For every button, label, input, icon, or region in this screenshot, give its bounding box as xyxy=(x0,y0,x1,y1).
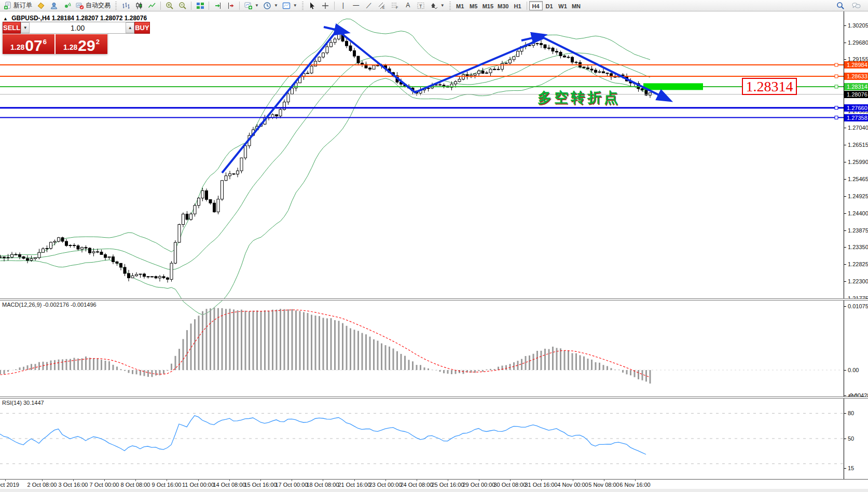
turning-point-annotation[interactable]: 多空转折点 xyxy=(538,88,621,107)
tile-windows-button[interactable] xyxy=(194,1,206,11)
zoom-in-button[interactable] xyxy=(163,1,176,11)
price-tick-label-tick xyxy=(844,162,846,162)
time-axis-label: 5 Nov 08:00 xyxy=(588,482,619,488)
pane-splitter[interactable] xyxy=(0,298,868,300)
toolbar-separator xyxy=(239,2,240,10)
text-tool-button[interactable]: A xyxy=(402,1,415,11)
sell-button[interactable]: SELL xyxy=(3,22,21,34)
line-chart-button[interactable] xyxy=(145,1,158,11)
auto-trading-button[interactable]: 自动交易 xyxy=(73,1,113,11)
time-tick xyxy=(448,480,448,481)
time-tick xyxy=(479,480,479,481)
crosshair-tool-button[interactable] xyxy=(319,1,332,11)
time-tick xyxy=(573,480,573,481)
time-tick xyxy=(604,480,604,481)
candlestick-chart-button[interactable] xyxy=(132,1,145,11)
time-axis-label: 21 Oct 16:00 xyxy=(338,482,371,488)
time-tick xyxy=(135,480,136,481)
price-tick-label-tick xyxy=(844,247,846,248)
chat-button[interactable] xyxy=(850,1,863,11)
macd-label: MACD(12,26,9) -0.002176 -0.001496 xyxy=(2,302,97,308)
auto-scroll-button[interactable] xyxy=(211,1,224,11)
trendline-icon: ／ xyxy=(365,1,374,10)
volume-decrease-button[interactable]: ▼ xyxy=(21,22,30,33)
price-tick-label: 1.30205 xyxy=(848,22,868,29)
price-tick-label-tick xyxy=(844,145,846,145)
bar-chart-button[interactable] xyxy=(119,1,132,11)
toolbar-separator xyxy=(209,2,209,10)
candlestick-chart-icon xyxy=(134,1,143,10)
auto-trading-icon xyxy=(75,1,84,10)
time-axis-label: 7 Oct 00:00 xyxy=(90,482,119,488)
time-tick xyxy=(354,480,355,481)
horizontal-line-tool-button[interactable]: — xyxy=(350,1,363,11)
zoom-out-button[interactable] xyxy=(176,1,189,11)
timeframe-w1-button[interactable]: W1 xyxy=(556,1,570,10)
price-axis[interactable]: 1.302051.296801.291551.275651.270401.265… xyxy=(844,11,868,479)
vertical-line-tool-button[interactable]: | xyxy=(337,1,350,11)
text-label-tool-button[interactable]: T xyxy=(415,1,428,11)
signals-button[interactable] xyxy=(60,1,73,11)
market-watch-button[interactable] xyxy=(34,1,47,11)
rsi-label: RSI(14) 30.1447 xyxy=(2,400,44,406)
timeframe-d1-button[interactable]: D1 xyxy=(543,1,556,10)
volume-input[interactable] xyxy=(30,22,126,33)
fibonacci-tool-button[interactable]: F xyxy=(389,1,402,11)
timeframe-mn-button[interactable]: MN xyxy=(570,1,583,10)
time-axis-label: 30 Oct 08:00 xyxy=(494,482,527,488)
timeframe-m1-button[interactable]: M1 xyxy=(453,1,467,10)
time-tick xyxy=(417,480,417,481)
pane-splitter[interactable] xyxy=(0,397,868,399)
buy-button[interactable]: BUY xyxy=(134,22,149,34)
price-level-label: 1.28984 xyxy=(844,61,868,69)
sell-price-pip: 6 xyxy=(43,38,47,46)
templates-button[interactable]: ▼ xyxy=(280,1,299,11)
timeframe-h4-button[interactable]: H4 xyxy=(529,1,543,10)
rsi-scale-label: 80 xyxy=(848,410,854,416)
channel-tool-button[interactable]: E xyxy=(376,1,389,11)
periods-button[interactable]: ▼ xyxy=(261,1,280,11)
macd-scale-label-tick xyxy=(844,370,846,371)
time-tick xyxy=(260,480,261,481)
price-tick-label: 1.27040 xyxy=(848,125,868,131)
collapse-panel-icon[interactable]: ▲ xyxy=(3,16,8,21)
chat-icon xyxy=(852,1,861,10)
trendline-tool-button[interactable]: ／ xyxy=(363,1,376,11)
toolbar-grip[interactable] xyxy=(302,2,304,10)
chart-symbol: GBPUSD-,H4 xyxy=(11,15,50,22)
time-axis-label: 2 Oct 08:00 xyxy=(27,482,57,488)
window-bottom-strip xyxy=(0,489,868,492)
time-axis-label: 15 Oct 16:00 xyxy=(244,482,277,488)
clock-icon xyxy=(263,1,272,10)
candles xyxy=(0,31,652,283)
indicators-button[interactable]: ▼ xyxy=(242,1,261,11)
timeframe-m5-button[interactable]: M5 xyxy=(467,1,480,10)
price-tick-label: 1.23350 xyxy=(848,244,868,250)
search-button[interactable] xyxy=(834,1,847,11)
new-order-button[interactable]: 新订单 xyxy=(1,1,34,11)
volume-increase-button[interactable]: ▲ xyxy=(126,22,134,33)
profiles-button[interactable] xyxy=(47,1,60,11)
cursor-tool-button[interactable] xyxy=(306,1,319,11)
sell-price-display[interactable]: 1.28 07 6 xyxy=(3,34,54,54)
price-callout-box[interactable]: 1.28314 xyxy=(742,78,797,95)
chart-canvas[interactable] xyxy=(0,11,844,479)
timeframe-h1-button[interactable]: H1 xyxy=(511,1,525,10)
toolbar-separator xyxy=(527,2,527,10)
timeframe-m15-button[interactable]: M15 xyxy=(480,1,495,10)
zoom-in-icon xyxy=(165,1,174,10)
toolbar-grip[interactable] xyxy=(115,2,117,10)
toolbar-grip[interactable] xyxy=(449,2,451,10)
arrows-tool-button[interactable]: ▼ xyxy=(428,1,447,11)
buy-price-display[interactable]: 1.28 29 2 xyxy=(56,34,107,54)
time-tick xyxy=(5,480,6,481)
toolbar-separator xyxy=(191,2,191,10)
price-tick-label: 1.23875 xyxy=(848,227,868,234)
equidistant-channel-icon: E xyxy=(378,1,387,10)
chart-shift-button[interactable] xyxy=(224,1,237,11)
timeframe-m30-button[interactable]: M30 xyxy=(495,1,511,10)
time-axis[interactable]: 1 Oct 20192 Oct 08:003 Oct 16:007 Oct 00… xyxy=(0,479,868,492)
dropdown-arrow-icon: ▼ xyxy=(274,3,278,8)
time-tick xyxy=(42,480,43,481)
price-tick-label: 1.25465 xyxy=(848,176,868,182)
